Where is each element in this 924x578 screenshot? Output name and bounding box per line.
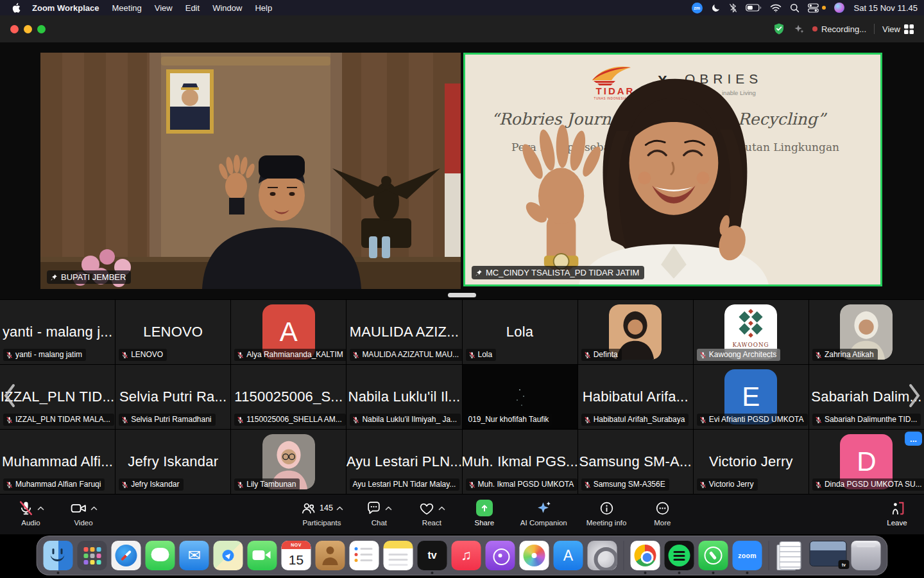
participant-tile[interactable]: MAULIDA AZIZ...MAULIDA AZIZATUL MAU... [346,300,461,364]
dock-item-contacts[interactable] [316,541,345,570]
leave-meeting-button[interactable]: Leave [880,499,914,527]
speaker-tile-mc-cindy[interactable]: TIDAR TUNAS INDONESIA RAYA X OBRIES inab… [463,53,882,286]
recording-indicator[interactable]: Recording... [812,24,866,34]
participant-tile[interactable]: Zahrina Atikah [809,300,924,364]
speaker-name-label: MC_CINDY TSALISTA_PD TIDAR JATIM [472,266,644,279]
menu-item-window[interactable]: Window [206,3,248,13]
spotlight-search-icon[interactable] [790,3,800,13]
ai-companion-status-icon[interactable] [793,23,805,35]
participant-tile[interactable]: Victorio JerryVictorio Jerry [694,430,809,494]
dock-item-maps[interactable] [214,541,243,570]
muted-mic-icon [468,351,475,359]
encryption-shield-icon[interactable] [773,22,785,35]
bupati-video-scene [40,53,461,289]
participant-name-large: Lola [506,324,533,340]
participant-tile[interactable]: DDinda PGSD UMKOTA SU...... [809,430,924,494]
more-button[interactable]: More [646,499,679,527]
dock-item-music[interactable] [452,541,481,570]
dock-item-messages[interactable] [146,541,175,570]
participant-tile[interactable]: Definta [578,300,693,364]
dock-item-minimized-window[interactable]: tv [810,541,847,570]
participant-tile[interactable]: KAWOONGKawoong Architects [694,300,809,364]
dock-item-notes[interactable] [384,541,413,570]
video-button[interactable]: Video [67,499,100,527]
menu-item-view[interactable]: View [148,3,179,13]
dock-item-facetime[interactable] [248,541,277,570]
dock-item-whatsapp[interactable] [699,541,728,570]
participant-name-text: 1150025006_SHELLA AM... [246,415,342,425]
dock-item-reminders[interactable] [350,541,379,570]
participant-tile[interactable]: 1150025006_S...1150025006_SHELLA AM... [231,365,346,429]
chevron-up-icon[interactable] [90,506,98,511]
dock-item-photos[interactable] [520,541,549,570]
dock-item-finder[interactable] [44,541,73,570]
dock-item-zoom[interactable]: zoom [733,541,762,570]
battery-icon[interactable] [746,4,762,12]
titlebar-divider [874,24,875,34]
dock-item-documents[interactable] [776,541,805,570]
dock-item-settings[interactable] [588,541,617,570]
gallery-next-page-chevron-icon[interactable] [907,383,921,408]
audio-button[interactable]: Audio [14,499,47,527]
participant-tile[interactable]: AAlya Rahmiananda_KALTIM [231,300,346,364]
speaker-tile-bupati-jember[interactable]: BUPATI JEMBER [40,53,461,289]
chat-button[interactable]: Chat [363,499,396,527]
participant-tile[interactable]: IZZAL_PLN TID...IZZAL_PLN TIDAR MALA... [0,365,115,429]
fullscreen-window-button[interactable] [37,25,46,33]
siri-icon[interactable] [834,3,844,13]
apple-logo-icon[interactable] [12,3,21,13]
chevron-up-icon[interactable] [385,506,392,511]
participant-tile[interactable]: Samsung SM-A...Samsung SM-A356E [578,430,693,494]
control-center-icon[interactable] [808,3,819,13]
maps-icon [214,541,243,570]
participant-tile[interactable]: 019_Nur khofifah Taufik [463,365,578,429]
close-window-button[interactable] [10,25,19,33]
gallery-prev-page-chevron-icon[interactable] [3,383,17,408]
dock-item-podcasts[interactable] [486,541,515,570]
bluetooth-off-icon[interactable] [729,3,737,13]
gallery-resize-handle[interactable] [448,293,476,297]
running-indicator-dot [57,572,60,574]
dock-item-chrome[interactable] [631,541,660,570]
participant-tile[interactable]: Muh. Ikmal PGS...Muh. Ikmal PGSD UMKOTA [463,430,578,494]
menu-app-name[interactable]: Zoom Workplace [26,3,106,13]
participant-tile[interactable]: yanti - malang j...yanti - malang jatim [0,300,115,364]
participants-button[interactable]: 145 Participants [300,499,343,527]
participant-tile[interactable]: LolaLola [463,300,578,364]
do-not-disturb-moon-icon[interactable] [711,3,721,13]
react-button[interactable]: React [415,499,449,527]
participant-tile[interactable]: Habibatul Arifa...Habibatul Arifah_Surab… [578,365,693,429]
dock-item-appletv[interactable]: tv [418,541,447,570]
chevron-up-icon[interactable] [336,506,343,511]
wifi-icon[interactable] [770,4,782,12]
dock-item-safari[interactable] [112,541,141,570]
participant-name-text: MAULIDA AZIZATUL MAU... [362,350,459,360]
menu-item-help[interactable]: Help [248,3,278,13]
ai-companion-button[interactable]: AI Companion [520,499,567,527]
zoom-menubar-badge[interactable]: zm [692,3,703,13]
dock-item-appstore[interactable]: A [554,541,583,570]
minimize-window-button[interactable] [24,25,32,33]
share-screen-button[interactable]: Share [468,499,501,527]
dock-item-calendar[interactable]: NOV15 [282,541,311,570]
participant-tile[interactable]: EEvi Afrianti PGSD UMKOTA [694,365,809,429]
view-button[interactable]: View [882,24,914,34]
participant-tile[interactable]: Jefry IskandarJefry Iskandar [116,430,230,494]
tile-more-button[interactable]: ... [905,432,922,446]
participant-tile[interactable]: Muhammad Alfi...Muhammad Alfian Faruqi [0,430,115,494]
dock-item-trash[interactable] [851,541,881,570]
participant-tile[interactable]: Ayu Lestari PLN...Ayu Lestari PLN Tidar … [346,430,461,494]
participant-tile[interactable]: Nabila Luklu'il Il...Nabila Luklu'il Ilm… [346,365,461,429]
chevron-up-icon[interactable] [438,506,445,511]
dock-item-mail[interactable] [180,541,209,570]
meeting-info-button[interactable]: Meeting info [586,499,627,527]
dock-item-spotify[interactable] [665,541,694,570]
participant-tile[interactable]: Selvia Putri Ra...Selvia Putri Ramadhani [116,365,230,429]
menu-item-edit[interactable]: Edit [179,3,206,13]
dock-item-launchpad[interactable] [78,541,107,570]
participant-tile[interactable]: LENOVOLENOVO [116,300,230,364]
menu-item-meeting[interactable]: Meeting [106,3,148,13]
participant-tile[interactable]: Lily Tambunan [231,430,346,494]
menubar-clock[interactable]: Sat 15 Nov 11.45 [854,3,918,13]
chevron-up-icon[interactable] [37,506,44,511]
